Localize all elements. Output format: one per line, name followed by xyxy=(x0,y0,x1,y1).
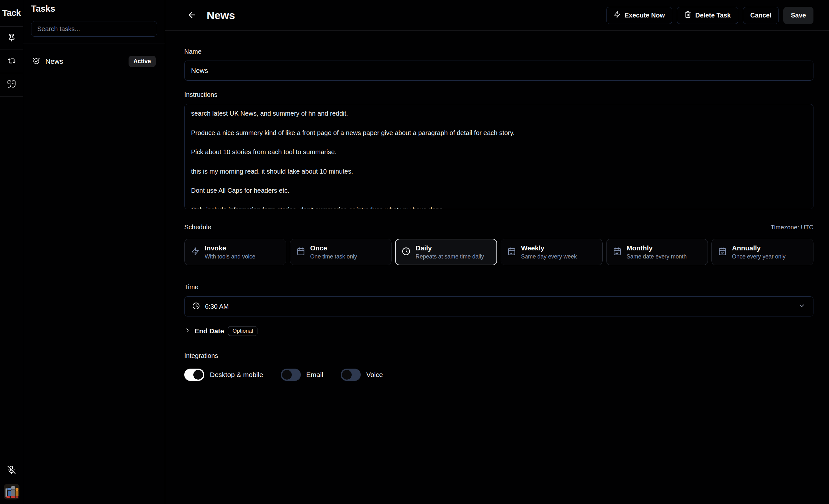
trash-icon xyxy=(684,11,691,20)
alarm-clock-check-icon xyxy=(32,57,40,66)
schedule-options: Invoke With tools and voice Once One tim… xyxy=(184,239,814,265)
app-logo: Tack xyxy=(0,0,23,27)
tasks-title: Tasks xyxy=(31,4,157,14)
email-label: Email xyxy=(307,371,324,379)
calendar-icon xyxy=(297,247,305,257)
schedule-label: Schedule xyxy=(184,223,211,231)
pin-icon xyxy=(7,33,16,43)
task-form: Name Instructions search latest UK News,… xyxy=(165,31,829,381)
tasks-list: News Active xyxy=(23,43,165,79)
main-area: News Execute Now Delete Task Cancel xyxy=(165,0,829,504)
schedule-option-invoke[interactable]: Invoke With tools and voice xyxy=(184,239,286,265)
toggle-knob xyxy=(282,370,292,380)
zap-icon xyxy=(614,11,621,20)
chevron-down-icon xyxy=(798,302,805,311)
instructions-label: Instructions xyxy=(184,91,814,99)
status-badge: Active xyxy=(129,56,156,67)
arrow-left-icon xyxy=(187,10,197,21)
schedule-option-monthly[interactable]: Monthly Same date every month xyxy=(606,239,708,265)
option-subtitle: Once every year only xyxy=(732,253,785,260)
option-subtitle: Same day every week xyxy=(521,253,577,260)
rail-item-recurring[interactable] xyxy=(0,50,23,73)
clock-icon xyxy=(192,302,200,311)
delete-task-button[interactable]: Delete Task xyxy=(677,7,738,24)
option-title: Monthly xyxy=(626,244,687,252)
desktop-mobile-label: Desktop & mobile xyxy=(210,371,263,379)
back-button[interactable] xyxy=(185,8,199,23)
task-item-label: News xyxy=(45,57,63,66)
save-button[interactable]: Save xyxy=(783,7,814,24)
time-select[interactable]: 6:30 AM xyxy=(184,296,814,317)
schedule-option-once[interactable]: Once One time task only xyxy=(290,239,392,265)
schedule-header-row: Schedule Timezone: UTC xyxy=(184,223,814,231)
robots-avatar-image xyxy=(4,484,20,500)
calendar-range-icon xyxy=(613,247,621,257)
mic-off-icon xyxy=(7,465,16,475)
cancel-label: Cancel xyxy=(750,12,772,19)
email-toggle[interactable] xyxy=(281,369,301,381)
option-subtitle: One time task only xyxy=(310,253,357,260)
toggle-knob xyxy=(193,370,203,380)
chevron-right-icon xyxy=(184,327,191,335)
repeat-icon xyxy=(7,57,16,66)
header-actions: Execute Now Delete Task Cancel Save xyxy=(606,7,814,24)
time-label: Time xyxy=(184,283,814,291)
tasks-panel: Tasks News Active xyxy=(23,0,165,504)
execute-now-button[interactable]: Execute Now xyxy=(606,7,672,24)
rail-item-pinned[interactable] xyxy=(0,27,23,50)
option-title: Invoke xyxy=(205,244,255,252)
schedule-option-annually[interactable]: Annually Once every year only xyxy=(712,239,814,265)
name-label: Name xyxy=(184,48,814,56)
option-subtitle: Repeats at same time daily xyxy=(416,253,484,260)
toggle-knob xyxy=(342,370,352,380)
end-date-expander[interactable]: End Date Optional xyxy=(184,326,814,336)
zap-icon xyxy=(191,247,200,257)
calendar-days-icon xyxy=(507,247,516,257)
integrations-toggles: Desktop & mobile Email Voice xyxy=(184,369,814,381)
desktop-mobile-toggle[interactable] xyxy=(184,369,204,381)
icon-rail: Tack xyxy=(0,0,23,504)
page-header: News Execute Now Delete Task Cancel xyxy=(165,0,829,31)
option-title: Once xyxy=(310,244,357,252)
integrations-label: Integrations xyxy=(184,352,814,360)
schedule-option-weekly[interactable]: Weekly Same day every week xyxy=(501,239,603,265)
instructions-field[interactable]: search latest UK News, and summery of hn… xyxy=(184,104,814,209)
voice-label: Voice xyxy=(366,371,383,379)
time-value: 6:30 AM xyxy=(205,303,229,310)
name-field[interactable] xyxy=(184,61,814,81)
calendar-check-icon xyxy=(718,247,727,257)
mic-toggle[interactable] xyxy=(0,465,23,475)
option-subtitle: With tools and voice xyxy=(205,253,255,260)
page-title: News xyxy=(207,9,235,22)
option-title: Annually xyxy=(732,244,785,252)
option-subtitle: Same date every month xyxy=(626,253,687,260)
cancel-button[interactable]: Cancel xyxy=(743,7,779,24)
app-root: Tack xyxy=(0,0,829,504)
delete-task-label: Delete Task xyxy=(695,12,731,19)
clock-icon xyxy=(402,247,410,257)
tasks-panel-header: Tasks xyxy=(23,0,165,43)
quote-icon xyxy=(7,80,16,90)
end-date-label: End Date xyxy=(194,327,224,335)
option-title: Weekly xyxy=(521,244,577,252)
optional-badge: Optional xyxy=(228,326,257,336)
voice-toggle[interactable] xyxy=(341,369,361,381)
search-input[interactable] xyxy=(31,21,157,37)
task-list-item-news[interactable]: News Active xyxy=(28,52,160,71)
execute-now-label: Execute Now xyxy=(625,12,665,19)
rail-spacer xyxy=(0,97,23,465)
timezone-label: Timezone: UTC xyxy=(771,224,814,231)
option-title: Daily xyxy=(416,244,484,252)
save-label: Save xyxy=(791,12,806,19)
schedule-option-daily[interactable]: Daily Repeats at same time daily xyxy=(395,239,497,265)
user-avatar[interactable] xyxy=(4,484,20,500)
rail-item-quotes[interactable] xyxy=(0,73,23,97)
